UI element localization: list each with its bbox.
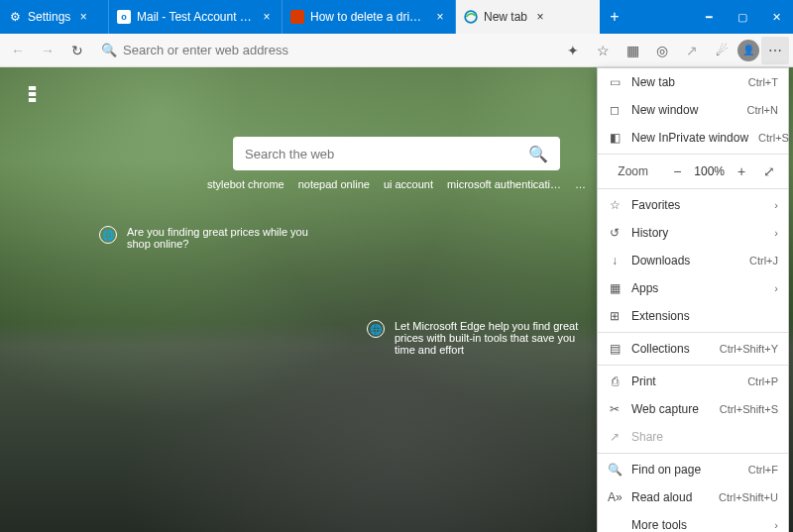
tab-newtab[interactable]: New tab × (456, 0, 600, 34)
minimize-button[interactable]: ━ (692, 0, 726, 34)
share-button[interactable]: ↗ (678, 37, 706, 64)
menu-label: Collections (631, 342, 710, 356)
menu-new-window[interactable]: ◻ New window Ctrl+N (598, 96, 788, 124)
menu-label: Web capture (631, 402, 710, 416)
more-menu-button[interactable]: ⋯ (761, 37, 789, 64)
menu-collections[interactable]: ▤ Collections Ctrl+Shift+Y (598, 335, 788, 363)
menu-label: Extensions (631, 309, 778, 323)
profile-button[interactable]: 👤 (737, 40, 759, 61)
hint-tools[interactable]: 🌐 Let Microsoft Edge help you find great… (367, 320, 595, 356)
ntp-search[interactable]: 🔍 (233, 137, 560, 170)
zoom-out-button[interactable]: − (666, 163, 688, 179)
hint-shopping[interactable]: 🌐 Are you finding great prices while you… (99, 226, 327, 250)
download-icon: ↓ (608, 254, 622, 267)
history-icon: ↺ (608, 226, 622, 240)
new-tab-icon: ▭ (608, 75, 622, 89)
menu-web-capture[interactable]: ✂ Web capture Ctrl+Shift+S (598, 395, 788, 423)
print-icon: ⎙ (608, 374, 622, 388)
shopping-button[interactable]: ✦ (559, 37, 587, 64)
menu-label: New tab (631, 75, 738, 89)
menu-label: New InPrivate window (631, 131, 748, 145)
chevron-right-icon: › (774, 199, 778, 211)
apps-icon: ▦ (608, 281, 622, 295)
quick-link-more[interactable]: … (575, 178, 586, 190)
menu-label: Downloads (631, 254, 739, 267)
tab-label: New tab (484, 10, 527, 24)
back-button[interactable]: ← (4, 37, 32, 64)
menu-share[interactable]: ↗ Share (598, 423, 788, 451)
quick-link[interactable]: microsoft authenticati… (447, 178, 561, 190)
close-icon[interactable]: × (76, 10, 90, 24)
extensions-icon: ⊞ (608, 309, 622, 323)
hint-text: Let Microsoft Edge help you find great p… (395, 320, 595, 356)
toolbar: ← → ↻ 🔍 Search or enter web address ✦ ☆ … (0, 34, 793, 67)
tab-label: Settings (28, 10, 70, 24)
menu-label: Find on page (631, 463, 738, 477)
menu-extensions[interactable]: ⊞ Extensions (598, 302, 788, 330)
tab-article[interactable]: How to delete a drive partition o × (283, 0, 456, 34)
menu-zoom: Zoom − 100% + ⤢ (598, 157, 788, 186)
quick-link[interactable]: stylebot chrome (207, 178, 284, 190)
address-bar[interactable]: 🔍 Search or enter web address (93, 43, 557, 57)
inprivate-button[interactable]: ◎ (648, 37, 676, 64)
menu-new-tab[interactable]: ▭ New tab Ctrl+T (598, 68, 788, 96)
menu-read-aloud[interactable]: A» Read aloud Ctrl+Shift+U (598, 483, 788, 511)
menu-history[interactable]: ↺ History › (598, 219, 788, 247)
window-controls: ━ ▢ ✕ (692, 0, 793, 34)
shortcut: Ctrl+N (747, 104, 778, 116)
site-icon (290, 10, 304, 24)
close-icon[interactable]: × (260, 10, 274, 24)
quick-links: stylebot chrome notepad online ui accoun… (207, 178, 586, 190)
camera-icon: ✂ (608, 402, 622, 416)
menu-favorites[interactable]: ☆ Favorites › (598, 191, 788, 219)
share-icon: ↗ (608, 430, 622, 444)
menu-label: Share (631, 430, 778, 444)
chevron-right-icon: › (774, 227, 778, 239)
edge-icon (464, 10, 478, 24)
zoom-in-button[interactable]: + (731, 163, 752, 179)
quick-link[interactable]: ui account (384, 178, 433, 190)
gear-icon: ⚙ (8, 10, 22, 24)
shortcut: Ctrl+Shift+U (719, 491, 778, 503)
collections-button[interactable]: ▦ (619, 37, 646, 64)
ntp-search-input[interactable] (245, 147, 528, 161)
star-icon: ☆ (608, 198, 622, 212)
close-icon[interactable]: × (533, 10, 547, 24)
favorites-button[interactable]: ☆ (589, 37, 617, 64)
apps-grid-icon[interactable]: ▪▪▪▪▪▪▪▪▪ (28, 85, 33, 103)
search-icon: 🔍 (101, 43, 117, 57)
zoom-label: Zoom (606, 164, 660, 178)
menu-more-tools[interactable]: More tools › (598, 511, 788, 532)
read-aloud-icon: A» (608, 490, 622, 504)
separator (598, 154, 788, 155)
refresh-button[interactable]: ↻ (63, 37, 91, 64)
tab-outlook[interactable]: o Mail - Test Account - Outlook × (109, 0, 283, 34)
maximize-button[interactable]: ▢ (726, 0, 759, 34)
menu-apps[interactable]: ▦ Apps › (598, 274, 788, 302)
menu-label: Print (631, 374, 737, 388)
menu-new-inprivate[interactable]: ◧ New InPrivate window Ctrl+Shift+N (598, 124, 788, 152)
search-icon[interactable]: 🔍 (528, 145, 548, 163)
quick-link[interactable]: notepad online (298, 178, 370, 190)
inprivate-icon: ◧ (608, 131, 622, 145)
menu-label: Favorites (631, 198, 764, 212)
shortcut: Ctrl+T (748, 76, 778, 88)
menu-label: New window (631, 103, 737, 117)
forward-button[interactable]: → (34, 37, 61, 64)
tab-settings[interactable]: ⚙ Settings × (0, 0, 109, 34)
shortcut: Ctrl+F (748, 464, 778, 476)
close-window-button[interactable]: ✕ (759, 0, 793, 34)
hint-text: Are you finding great prices while you s… (127, 226, 327, 250)
tab-label: How to delete a drive partition o (310, 10, 427, 24)
menu-find[interactable]: 🔍 Find on page Ctrl+F (598, 456, 788, 483)
close-icon[interactable]: × (433, 10, 447, 24)
menu-print[interactable]: ⎙ Print Ctrl+P (598, 368, 788, 395)
feedback-button[interactable]: ☄ (708, 37, 736, 64)
chevron-right-icon: › (774, 282, 778, 294)
menu-downloads[interactable]: ↓ Downloads Ctrl+J (598, 247, 788, 274)
tab-label: Mail - Test Account - Outlook (137, 10, 254, 24)
shortcut: Ctrl+Shift+Y (720, 343, 778, 355)
fullscreen-button[interactable]: ⤢ (758, 163, 780, 179)
new-tab-button[interactable]: + (600, 0, 629, 34)
shortcut: Ctrl+Shift+S (720, 403, 778, 415)
